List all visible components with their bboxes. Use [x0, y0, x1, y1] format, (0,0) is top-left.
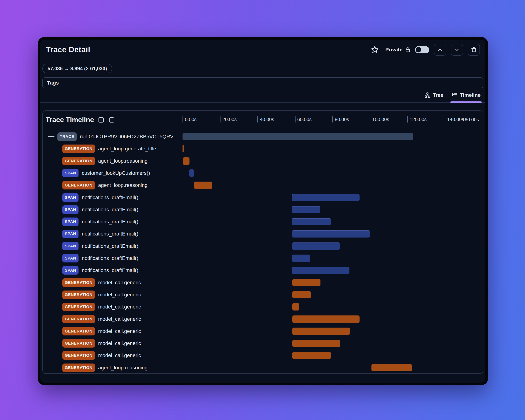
- row-duration-bar[interactable]: [183, 133, 413, 140]
- row-label: agent_loop.generate_title: [98, 146, 156, 152]
- row-type-badge: GENERATION: [62, 364, 95, 372]
- row-duration-bar[interactable]: [183, 145, 184, 152]
- row-duration-bar[interactable]: [292, 230, 370, 237]
- row-label: agent_loop.reasoning: [98, 182, 148, 188]
- timeline-row[interactable]: GENERATION agent_loop.generate_title: [43, 143, 483, 155]
- axis-tick-label: 120.00s: [410, 117, 427, 122]
- row-label: run:01JCTPR9VD06FD2ZBB5VCT5QRV: [80, 134, 174, 140]
- tab-timeline[interactable]: Timeline: [451, 92, 481, 102]
- timeline-row[interactable]: GENERATION model_call.generic: [43, 325, 483, 337]
- timeline-list-icon: [451, 92, 458, 98]
- header-actions: Private: [371, 44, 480, 56]
- axis-tick: 20.00s: [220, 116, 237, 122]
- row-duration-bar[interactable]: [292, 352, 330, 359]
- timeline-row[interactable]: SPAN notifications_draftEmail(): [43, 228, 483, 240]
- axis-tick: 40.00s: [257, 116, 274, 122]
- axis-tick-mark: [220, 116, 220, 122]
- privacy-label: Private: [385, 47, 403, 53]
- timeline-row[interactable]: SPAN notifications_draftEmail(): [43, 216, 483, 228]
- row-type-badge: SPAN: [62, 254, 78, 262]
- row-duration-bar[interactable]: [292, 267, 349, 274]
- timeline-row[interactable]: GENERATION agent_loop.reasoning: [43, 362, 483, 374]
- timeline-row[interactable]: SPAN notifications_draftEmail(): [43, 204, 483, 216]
- row-label: model_call.generic: [98, 340, 141, 346]
- row-duration-bar[interactable]: [292, 327, 350, 335]
- row-duration-bar[interactable]: [292, 291, 311, 299]
- row-duration-bar[interactable]: [292, 255, 310, 262]
- row-type-badge: SPAN: [62, 242, 78, 250]
- tab-tree[interactable]: Tree: [424, 92, 443, 102]
- row-duration-bar[interactable]: [194, 182, 212, 189]
- row-label: notifications_draftEmail(): [82, 243, 138, 249]
- tags-label: Tags: [47, 80, 59, 86]
- row-type-badge: SPAN: [62, 217, 78, 226]
- row-duration-bar[interactable]: [292, 279, 320, 286]
- timeline-row[interactable]: GENERATION model_call.generic: [43, 337, 483, 349]
- row-type-badge: TRACE: [57, 132, 77, 141]
- tab-timeline-label: Timeline: [460, 92, 481, 98]
- tags-input[interactable]: Tags: [42, 77, 483, 88]
- row-duration-bar[interactable]: [292, 194, 360, 201]
- page-title: Trace Detail: [46, 45, 90, 54]
- timeline-row[interactable]: SPAN notifications_draftEmail(): [43, 252, 483, 264]
- timeline-row[interactable]: GENERATION agent_loop.reasoning: [43, 179, 483, 191]
- row-type-badge: GENERATION: [62, 145, 95, 153]
- row-label: model_call.generic: [98, 353, 141, 358]
- timeline-row[interactable]: GENERATION agent_loop.reasoning: [43, 155, 483, 167]
- axis-tick: 120.00s: [407, 116, 427, 122]
- row-duration-bar[interactable]: [189, 169, 194, 177]
- expand-down-button[interactable]: [451, 44, 463, 56]
- row-type-badge: GENERATION: [62, 351, 95, 360]
- axis-tick-label: 60.00s: [297, 117, 312, 122]
- delete-trace-button[interactable]: [468, 44, 480, 56]
- axis-tick-mark: [407, 116, 408, 122]
- row-duration-bar[interactable]: [371, 364, 412, 371]
- row-duration-bar[interactable]: [292, 303, 299, 310]
- row-type-badge: SPAN: [62, 266, 78, 275]
- axis-tick: 80.00s: [332, 116, 349, 122]
- row-duration-bar[interactable]: [183, 157, 189, 165]
- timeline-row[interactable]: GENERATION model_call.generic: [43, 313, 483, 325]
- row-type-badge: GENERATION: [62, 157, 95, 165]
- row-duration-bar[interactable]: [292, 218, 330, 225]
- row-duration-bar[interactable]: [292, 243, 340, 250]
- timeline-row[interactable]: SPAN notifications_draftEmail(): [43, 264, 483, 276]
- timeline-row[interactable]: GENERATION model_call.generic: [43, 277, 483, 289]
- timeline-row[interactable]: TRACE run:01JCTPR9VD06FD2ZBB5VCT5QRV: [43, 131, 483, 143]
- axis-tick-label: 0.00s: [185, 117, 197, 122]
- row-label: model_call.generic: [98, 304, 141, 310]
- row-duration-bar[interactable]: [292, 316, 360, 323]
- timeline-row[interactable]: SPAN notifications_draftEmail(): [43, 191, 483, 204]
- privacy-toggle[interactable]: [415, 46, 429, 53]
- axis-tick-label: 20.00s: [222, 117, 237, 122]
- collapse-up-button[interactable]: [434, 44, 446, 56]
- row-duration-bar[interactable]: [292, 340, 340, 347]
- row-label: model_call.generic: [98, 316, 141, 322]
- time-axis: 160.00s 0.00s 20.00s 40.00s 60.00s 80.00…: [43, 111, 483, 128]
- token-usage-badge: 57,036 → 3,994 (Σ 61,030): [42, 64, 112, 73]
- row-duration-bar[interactable]: [292, 206, 320, 213]
- timeline-row[interactable]: GENERATION model_call.generic: [43, 301, 483, 313]
- row-label: model_call.generic: [98, 328, 141, 334]
- toggle-knob: [416, 47, 421, 52]
- timeline-row[interactable]: SPAN notifications_draftEmail(): [43, 240, 483, 252]
- axis-end-label: 160.00s: [462, 117, 479, 122]
- row-type-badge: SPAN: [62, 169, 78, 177]
- row-type-badge: GENERATION: [62, 278, 95, 287]
- row-label: model_call.generic: [98, 292, 141, 298]
- timeline-row[interactable]: GENERATION model_call.generic: [43, 289, 483, 301]
- axis-tick: 0.00s: [183, 116, 197, 122]
- row-label: notifications_draftEmail(): [82, 267, 138, 273]
- axis-tick-mark: [445, 116, 445, 122]
- axis-tick-mark: [295, 116, 296, 122]
- row-label: notifications_draftEmail(): [82, 231, 138, 237]
- timeline-row[interactable]: SPAN customer_lookUpCustomers(): [43, 167, 483, 179]
- axis-tick-label: 40.00s: [260, 117, 274, 122]
- timeline-row[interactable]: GENERATION model_call.generic: [43, 349, 483, 362]
- star-icon[interactable]: [371, 46, 379, 54]
- window-header: Trace Detail Private: [40, 40, 485, 60]
- trace-detail-window: Trace Detail Private: [38, 37, 488, 385]
- trace-timeline-panel: Trace Timeline 160.00s 0.00s 20.00s 40.0…: [42, 110, 483, 374]
- collapse-toggle[interactable]: [48, 136, 55, 137]
- desktop-background: Trace Detail Private: [0, 0, 525, 420]
